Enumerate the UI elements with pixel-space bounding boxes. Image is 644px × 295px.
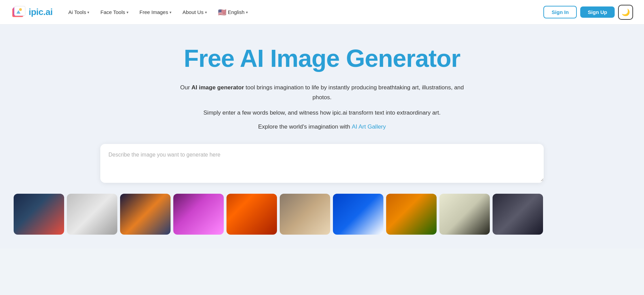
desc-suffix: tool brings imagination to life by insta… [244, 84, 464, 101]
logo-icon [11, 5, 26, 20]
header-actions: Sign In Sign Up 🌙 [543, 5, 633, 20]
gallery-item [493, 194, 543, 235]
gallery-item [120, 194, 171, 235]
gallery-item [67, 194, 117, 235]
logo-text: ipic.ai [29, 7, 53, 17]
desc-prefix: Our [180, 84, 191, 91]
sign-in-button[interactable]: Sign In [543, 6, 577, 18]
svg-point-3 [19, 8, 22, 11]
svg-rect-2 [14, 6, 25, 16]
chevron-down-icon: ▾ [127, 10, 129, 15]
flag-icon: 🇺🇸 [218, 8, 226, 16]
nav-label-ai-tools: Ai Tools [68, 9, 86, 15]
hero-title: Free AI Image Generator [7, 45, 637, 72]
gallery-item [280, 194, 330, 235]
header: ipic.ai Ai Tools ▾ Face Tools ▾ Free Ima… [0, 0, 644, 25]
gallery-item [333, 194, 383, 235]
hero-description: Our AI image generator tool brings imagi… [175, 83, 469, 103]
hero-description-line2: Simply enter a few words below, and witn… [175, 108, 469, 118]
prompt-input[interactable] [100, 144, 544, 181]
nav-item-face-tools[interactable]: Face Tools ▾ [96, 6, 133, 18]
chevron-down-icon: ▾ [246, 10, 248, 15]
prompt-container [100, 144, 544, 183]
main-content: Free AI Image Generator Our AI image gen… [0, 25, 644, 248]
chevron-down-icon: ▾ [205, 10, 207, 15]
gallery-item [14, 194, 64, 235]
nav-item-language[interactable]: 🇺🇸 English ▾ [213, 5, 253, 19]
gallery-item [439, 194, 490, 235]
explore-prefix: Explore the world's imagination with [258, 123, 352, 130]
nav-label-about-us: About Us [182, 9, 204, 15]
chevron-down-icon: ▾ [170, 10, 172, 15]
ai-art-gallery-link[interactable]: AI Art Gallery [352, 123, 386, 130]
gallery-item [173, 194, 224, 235]
nav-label-language: English [228, 9, 245, 15]
nav-item-free-images[interactable]: Free Images ▾ [135, 6, 176, 18]
nav-item-about-us[interactable]: About Us ▾ [178, 6, 212, 18]
nav-label-free-images: Free Images [140, 9, 168, 15]
nav-item-ai-tools[interactable]: Ai Tools ▾ [63, 6, 94, 18]
image-gallery [7, 194, 637, 235]
gallery-item [386, 194, 437, 235]
hero-subtitle: Explore the world's imagination with AI … [7, 123, 637, 130]
desc-bold: AI image generator [191, 84, 244, 91]
sign-up-button[interactable]: Sign Up [580, 6, 615, 18]
logo-link[interactable]: ipic.ai [11, 5, 53, 20]
nav-label-face-tools: Face Tools [100, 9, 125, 15]
theme-toggle-button[interactable]: 🌙 [618, 5, 633, 20]
gallery-item [226, 194, 277, 235]
chevron-down-icon: ▾ [87, 10, 89, 15]
main-nav: Ai Tools ▾ Face Tools ▾ Free Images ▾ Ab… [63, 5, 543, 19]
moon-icon: 🌙 [621, 8, 630, 16]
